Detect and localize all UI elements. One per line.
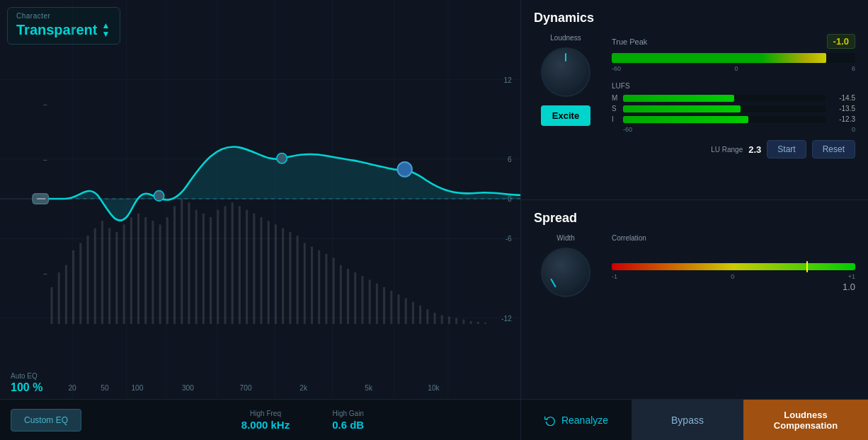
svg-rect-40: [246, 210, 248, 324]
lufs-s-label: S: [612, 105, 619, 112]
svg-rect-45: [282, 228, 284, 324]
svg-rect-30: [173, 206, 176, 324]
svg-rect-54: [347, 269, 349, 324]
app-container: Character Transparent ▲▼: [0, 0, 868, 440]
correlation-label: Correlation: [612, 234, 855, 242]
left-panel: Character Transparent ▲▼: [0, 0, 521, 440]
svg-text:100: 100: [131, 384, 143, 392]
eq-canvas: 12 6 0 -6 -12 20 50 100 300 700 2k 5k 10…: [0, 0, 520, 398]
svg-rect-49: [311, 247, 313, 324]
bypass-button[interactable]: Bypass: [632, 400, 743, 440]
svg-rect-26: [144, 217, 147, 324]
svg-rect-61: [397, 294, 399, 324]
svg-rect-27: [152, 221, 154, 324]
svg-rect-53: [340, 265, 342, 324]
dynamics-title: Dynamics: [534, 11, 855, 25]
svg-rect-71: [470, 321, 472, 324]
true-peak-meter: [612, 53, 855, 63]
reanalyze-button[interactable]: Reanalyze: [521, 400, 632, 440]
svg-rect-18: [87, 236, 89, 324]
high-freq-value: 8.000 kHz: [241, 419, 290, 431]
lufs-s-fill: [623, 105, 741, 112]
svg-rect-58: [376, 284, 378, 324]
svg-rect-34: [202, 214, 205, 324]
svg-rect-19: [94, 228, 96, 324]
svg-text:50: 50: [101, 384, 109, 392]
svg-rect-17: [79, 243, 81, 323]
auto-eq-value: 100 %: [11, 381, 42, 394]
width-knob[interactable]: [541, 248, 590, 297]
svg-rect-42: [261, 217, 263, 324]
bottom-bar: Custom EQ High Freq 8.000 kHz High Gain …: [0, 399, 520, 440]
high-gain-item: High Gain 0.6 dB: [332, 410, 364, 431]
svg-text:5k: 5k: [365, 384, 373, 392]
loudness-compensation-button[interactable]: Loudness Compensation: [743, 400, 868, 440]
width-knob-indicator: [550, 278, 556, 287]
custom-eq-button[interactable]: Custom EQ: [11, 409, 81, 432]
svg-text:20: 20: [68, 384, 76, 392]
svg-rect-51: [325, 254, 327, 324]
true-peak-col: True Peak -1.0 -60 0 6 LUFS: [612, 34, 855, 158]
correlation-indicator: [806, 261, 808, 272]
svg-rect-21: [108, 228, 110, 324]
svg-text:2k: 2k: [299, 384, 308, 392]
loudness-knob[interactable]: [541, 47, 590, 97]
svg-rect-52: [333, 257, 335, 324]
lufs-m-bar: [623, 95, 826, 102]
lu-range-value: 2.3: [748, 144, 761, 155]
svg-rect-39: [239, 206, 241, 324]
svg-rect-38: [232, 202, 234, 324]
width-col: Width: [534, 234, 598, 297]
lufs-scale: -60 0: [612, 126, 855, 133]
excite-button[interactable]: Excite: [541, 105, 590, 126]
svg-text:10k: 10k: [428, 384, 440, 392]
lufs-label: LUFS: [612, 82, 855, 90]
svg-text:-12: -12: [501, 315, 512, 323]
svg-rect-25: [137, 214, 139, 324]
svg-text:–: –: [43, 101, 47, 108]
high-gain-label: High Gain: [332, 410, 364, 417]
svg-rect-22: [115, 232, 118, 324]
lufs-m-label: M: [612, 94, 619, 102]
svg-rect-62: [405, 299, 407, 324]
true-peak-fill: [612, 53, 826, 63]
svg-rect-73: [484, 323, 486, 324]
svg-rect-55: [354, 272, 356, 324]
correlation-value: 1.0: [612, 282, 855, 292]
svg-rect-59: [383, 287, 385, 324]
correlation-col: Correlation -1 0 +1 1.0: [612, 234, 855, 292]
svg-rect-47: [297, 236, 299, 324]
svg-rect-29: [166, 217, 169, 324]
lufs-i-bar: [623, 116, 826, 123]
loudness-knob-indicator: [565, 53, 566, 62]
reanalyze-icon: [544, 415, 556, 426]
true-peak-scale: -60 0 6: [612, 65, 855, 72]
dynamics-content: Loudness Excite True Peak -1.0: [534, 34, 855, 158]
svg-text:–: –: [43, 270, 47, 277]
svg-point-76: [277, 153, 287, 163]
svg-rect-50: [318, 250, 320, 324]
spread-title: Spread: [534, 211, 855, 226]
high-freq-item: High Freq 8.000 kHz: [241, 410, 290, 431]
svg-rect-36: [217, 210, 219, 324]
svg-rect-67: [441, 315, 443, 323]
lufs-m-fill: [623, 95, 734, 102]
svg-rect-37: [224, 206, 226, 324]
lu-range-label: LU Range: [711, 146, 743, 154]
eq-svg: 12 6 0 -6 -12 20 50 100 300 700 2k 5k 10…: [0, 0, 520, 398]
lu-range-row: LU Range 2.3 Start Reset: [612, 140, 855, 158]
svg-rect-48: [304, 243, 306, 323]
svg-rect-28: [159, 224, 161, 324]
svg-rect-57: [369, 279, 371, 323]
svg-rect-23: [123, 224, 125, 324]
width-label: Width: [556, 234, 575, 242]
lufs-i-label: I: [612, 115, 619, 123]
reset-button[interactable]: Reset: [812, 140, 855, 158]
svg-rect-24: [130, 217, 132, 324]
svg-rect-15: [65, 265, 67, 324]
start-button[interactable]: Start: [767, 140, 806, 158]
svg-rect-31: [181, 199, 183, 324]
lufs-m-value: -14.5: [830, 94, 855, 102]
auto-eq-label: Auto EQ: [11, 372, 42, 380]
bottom-action-bar: Reanalyze Bypass Loudness Compensation: [521, 399, 868, 440]
